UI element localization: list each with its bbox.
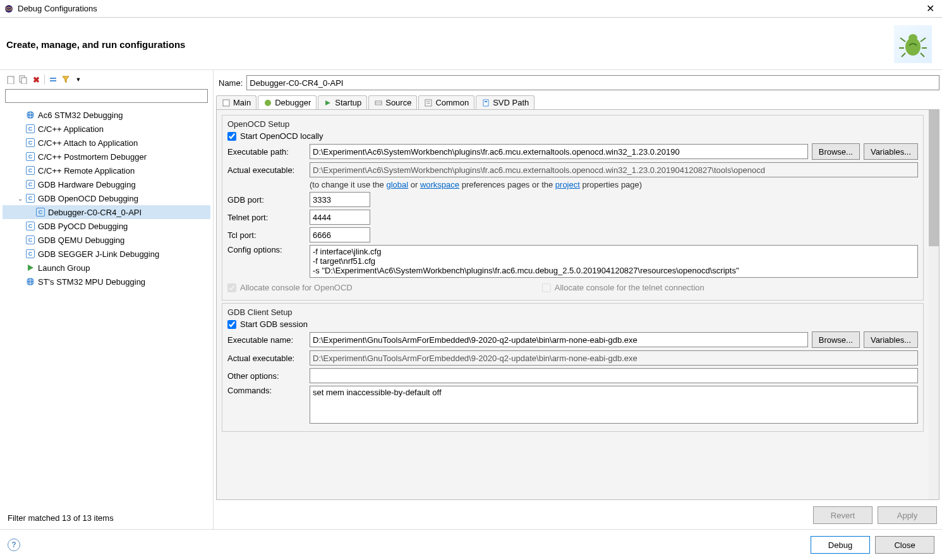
gdb-port-label: GDB port: <box>227 195 306 205</box>
bug-icon <box>894 25 932 63</box>
openocd-hint: (to change it use the global or workspac… <box>310 180 918 189</box>
workspace-link[interactable]: workspace <box>420 180 459 189</box>
tree-item[interactable]: Ac6 STM32 Debugging <box>3 108 210 122</box>
tab-svd-path[interactable]: SVD Path <box>476 95 534 109</box>
config-name-input[interactable] <box>246 75 939 90</box>
collapse-all-icon[interactable] <box>47 74 59 85</box>
start-openocd-checkbox[interactable] <box>227 132 236 141</box>
config-options-textarea[interactable] <box>310 245 918 278</box>
configurations-panel: ✖ ▼ Ac6 STM32 DebuggingCC/C++ Applicatio… <box>0 70 214 529</box>
delete-icon[interactable]: ✖ <box>30 74 42 85</box>
tree-item[interactable]: CDebugger-C0-CR4_0-API <box>3 205 210 219</box>
gdb-actual-exec <box>310 350 918 366</box>
tree-item[interactable]: ST's STM32 MPU Debugging <box>3 275 210 289</box>
svg-rect-22 <box>223 100 229 106</box>
alloc-telnet-console-checkbox <box>542 283 551 292</box>
debug-button[interactable]: Debug <box>811 536 870 554</box>
other-options-input[interactable] <box>310 368 918 383</box>
svg-point-24 <box>267 100 269 102</box>
tab-debugger[interactable]: Debugger <box>258 95 317 109</box>
alloc-openocd-label: Allocate console for OpenOCD <box>240 283 353 292</box>
svg-line-4 <box>900 38 905 42</box>
filter-icon[interactable] <box>60 74 71 85</box>
commands-label: Commands: <box>227 386 306 395</box>
start-openocd-label: Start OpenOCD locally <box>240 131 323 141</box>
titlebar: Debug Configurations ✕ <box>0 0 942 18</box>
openocd-exec-path-input[interactable] <box>310 144 808 159</box>
tcl-port-label: Tcl port: <box>227 230 306 240</box>
gdb-group-title: GDB Client Setup <box>227 307 918 317</box>
config-editor: Name: MainDebuggerStartupSourceCommonSVD… <box>214 70 942 529</box>
close-button[interactable]: Close <box>875 536 934 554</box>
tree-item[interactable]: CGDB QEMU Debugging <box>3 233 210 247</box>
telnet-port-input[interactable] <box>310 210 370 225</box>
name-label: Name: <box>219 78 243 88</box>
gdb-exec-name-label: Executable name: <box>227 335 306 345</box>
tree-item[interactable]: Launch Group <box>3 261 210 275</box>
gdb-exec-name-input[interactable] <box>310 332 808 347</box>
other-options-label: Other options: <box>227 371 306 381</box>
browse-button[interactable]: Browse... <box>812 331 860 348</box>
revert-button[interactable]: Revert <box>813 506 873 524</box>
exec-path-label: Executable path: <box>227 147 306 157</box>
close-icon[interactable]: ✕ <box>922 3 938 15</box>
apply-button[interactable]: Apply <box>878 506 937 524</box>
actual-exec-label: Actual executable: <box>227 165 306 175</box>
gdb-client-setup-group: GDB Client Setup Start GDB session Execu… <box>222 303 924 432</box>
filter-input[interactable] <box>5 89 208 103</box>
svg-rect-28 <box>425 100 432 106</box>
scrollbar[interactable] <box>929 110 939 499</box>
help-icon[interactable]: ? <box>8 539 20 551</box>
variables-button[interactable]: Variables... <box>864 143 918 160</box>
svg-rect-31 <box>483 100 488 106</box>
openocd-group-title: OpenOCD Setup <box>227 119 918 129</box>
tab-body: OpenOCD Setup Start OpenOCD locally Exec… <box>216 110 939 500</box>
variables-button[interactable]: Variables... <box>864 331 918 348</box>
tab-source[interactable]: Source <box>368 95 417 109</box>
tree-item[interactable]: CC/C++ Attach to Application <box>3 136 210 150</box>
start-gdb-label: Start GDB session <box>240 319 308 329</box>
left-toolbar: ✖ ▼ <box>3 73 210 86</box>
browse-button[interactable]: Browse... <box>812 143 860 160</box>
svg-marker-18 <box>28 265 33 271</box>
svg-point-3 <box>909 34 917 42</box>
tree-item[interactable]: CC/C++ Application <box>3 122 210 136</box>
filter-status: Filter matched 13 of 13 items <box>3 509 210 527</box>
alloc-telnet-label: Allocate console for the telnet connecti… <box>555 283 704 292</box>
gdb-actual-exec-label: Actual executable: <box>227 354 306 363</box>
tree-item[interactable]: CC/C++ Remote Application <box>3 164 210 177</box>
svg-marker-25 <box>325 100 330 105</box>
window-title: Debug Configurations <box>18 4 922 13</box>
tree-item[interactable]: CGDB PyOCD Debugging <box>3 219 210 233</box>
tcl-port-input[interactable] <box>310 227 370 242</box>
tab-startup[interactable]: Startup <box>318 95 367 109</box>
editor-tabs: MainDebuggerStartupSourceCommonSVD Path <box>216 95 939 110</box>
alloc-openocd-console-checkbox <box>227 283 236 292</box>
dropdown-arrow-icon[interactable]: ▼ <box>73 74 84 85</box>
svg-line-9 <box>921 53 924 57</box>
eclipse-icon <box>4 4 14 14</box>
tree-item[interactable]: CC/C++ Postmortem Debugger <box>3 150 210 164</box>
commands-textarea[interactable] <box>310 386 918 424</box>
svg-rect-32 <box>485 101 487 102</box>
openocd-actual-exec <box>310 162 918 177</box>
gdb-port-input[interactable] <box>310 192 370 207</box>
global-link[interactable]: global <box>386 180 408 189</box>
tree-item[interactable]: CGDB SEGGER J-Link Debugging <box>3 247 210 261</box>
config-options-label: Config options: <box>227 245 306 254</box>
new-config-icon[interactable] <box>5 74 16 85</box>
dialog-header: Create, manage, and run configurations <box>0 18 942 70</box>
project-link[interactable]: project <box>555 180 580 189</box>
tree-item[interactable]: CGDB Hardware Debugging <box>3 177 210 191</box>
tab-common[interactable]: Common <box>418 95 474 109</box>
duplicate-icon[interactable] <box>18 74 29 85</box>
openocd-setup-group: OpenOCD Setup Start OpenOCD locally Exec… <box>222 115 924 301</box>
svg-rect-13 <box>50 78 56 79</box>
svg-rect-14 <box>50 80 56 81</box>
dialog-footer: ? Debug Close <box>0 529 942 560</box>
svg-point-0 <box>5 5 13 13</box>
tree-item[interactable]: ⌄CGDB OpenOCD Debugging <box>3 191 210 205</box>
tab-main[interactable]: Main <box>216 95 257 109</box>
start-gdb-checkbox[interactable] <box>227 320 236 329</box>
dialog-heading: Create, manage, and run configurations <box>6 39 894 50</box>
